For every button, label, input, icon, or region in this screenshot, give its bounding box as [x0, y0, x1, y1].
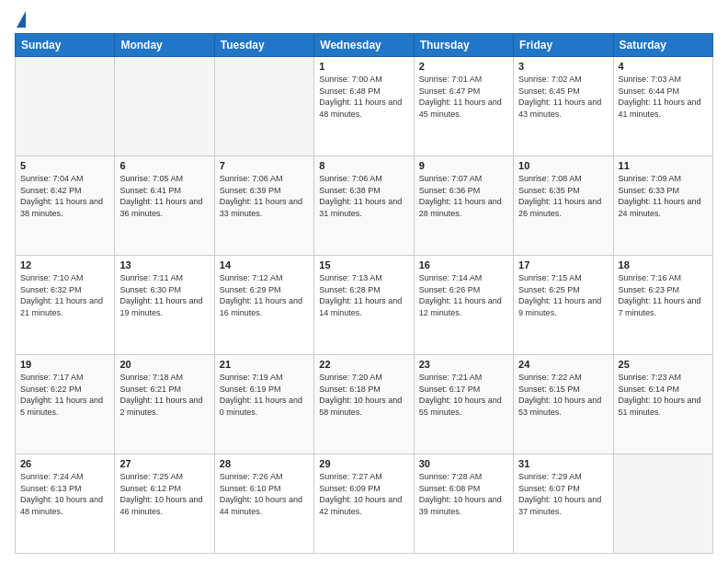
day-number: 5 [20, 160, 109, 171]
weekday-header: Sunday [16, 34, 115, 57]
day-info: Sunrise: 7:29 AMSunset: 6:07 PMDaylight:… [518, 471, 608, 517]
day-number: 3 [518, 61, 608, 72]
calendar-week-row: 26Sunrise: 7:24 AMSunset: 6:13 PMDayligh… [16, 454, 713, 554]
calendar-day-cell: 14Sunrise: 7:12 AMSunset: 6:29 PMDayligh… [214, 256, 313, 355]
calendar-day-cell [115, 57, 214, 156]
calendar-day-cell: 29Sunrise: 7:27 AMSunset: 6:09 PMDayligh… [314, 454, 414, 554]
day-info: Sunrise: 7:07 AMSunset: 6:36 PMDaylight:… [419, 173, 508, 219]
calendar-day-cell [214, 57, 313, 156]
day-number: 24 [518, 359, 608, 370]
day-info: Sunrise: 7:09 AMSunset: 6:33 PMDaylight:… [619, 173, 708, 219]
day-info: Sunrise: 7:10 AMSunset: 6:32 PMDaylight:… [20, 272, 109, 318]
calendar-day-cell: 25Sunrise: 7:23 AMSunset: 6:14 PMDayligh… [613, 355, 712, 454]
weekday-header: Wednesday [314, 34, 414, 57]
calendar-day-cell: 15Sunrise: 7:13 AMSunset: 6:28 PMDayligh… [314, 256, 414, 355]
day-info: Sunrise: 7:16 AMSunset: 6:23 PMDaylight:… [619, 272, 708, 318]
day-info: Sunrise: 7:08 AMSunset: 6:35 PMDaylight:… [518, 173, 608, 219]
calendar-day-cell [16, 57, 115, 156]
day-info: Sunrise: 7:25 AMSunset: 6:12 PMDaylight:… [119, 471, 209, 517]
day-number: 18 [619, 259, 708, 270]
calendar-day-cell: 16Sunrise: 7:14 AMSunset: 6:26 PMDayligh… [414, 256, 513, 355]
calendar-day-cell: 11Sunrise: 7:09 AMSunset: 6:33 PMDayligh… [613, 156, 712, 256]
day-number: 15 [319, 259, 408, 270]
day-number: 26 [20, 458, 109, 469]
day-info: Sunrise: 7:27 AMSunset: 6:09 PMDaylight:… [319, 471, 408, 517]
day-number: 22 [319, 359, 408, 370]
calendar-day-cell: 3Sunrise: 7:02 AMSunset: 6:45 PMDaylight… [514, 57, 613, 156]
weekday-header: Saturday [613, 34, 712, 57]
calendar-day-cell: 23Sunrise: 7:21 AMSunset: 6:17 PMDayligh… [414, 355, 513, 454]
day-number: 31 [518, 458, 608, 469]
calendar-day-cell [613, 454, 712, 554]
calendar-week-row: 12Sunrise: 7:10 AMSunset: 6:32 PMDayligh… [16, 256, 713, 355]
day-info: Sunrise: 7:03 AMSunset: 6:44 PMDaylight:… [619, 74, 708, 120]
calendar-day-cell: 4Sunrise: 7:03 AMSunset: 6:44 PMDaylight… [613, 57, 712, 156]
header [15, 11, 713, 28]
calendar-day-cell: 28Sunrise: 7:26 AMSunset: 6:10 PMDayligh… [214, 454, 313, 554]
day-number: 19 [20, 359, 109, 370]
calendar-day-cell: 13Sunrise: 7:11 AMSunset: 6:30 PMDayligh… [115, 256, 214, 355]
day-info: Sunrise: 7:00 AMSunset: 6:48 PMDaylight:… [319, 74, 408, 120]
calendar-day-cell: 2Sunrise: 7:01 AMSunset: 6:47 PMDaylight… [414, 57, 513, 156]
calendar-day-cell: 12Sunrise: 7:10 AMSunset: 6:32 PMDayligh… [16, 256, 115, 355]
day-number: 28 [220, 458, 309, 469]
calendar-week-row: 1Sunrise: 7:00 AMSunset: 6:48 PMDaylight… [16, 57, 713, 156]
day-number: 17 [518, 259, 608, 270]
calendar-day-cell: 6Sunrise: 7:05 AMSunset: 6:41 PMDaylight… [115, 156, 214, 256]
day-info: Sunrise: 7:01 AMSunset: 6:47 PMDaylight:… [419, 74, 508, 120]
calendar-week-row: 5Sunrise: 7:04 AMSunset: 6:42 PMDaylight… [16, 156, 713, 256]
day-number: 10 [518, 160, 608, 171]
logo-triangle-icon [17, 11, 26, 28]
calendar-day-cell: 19Sunrise: 7:17 AMSunset: 6:22 PMDayligh… [16, 355, 115, 454]
day-info: Sunrise: 7:28 AMSunset: 6:08 PMDaylight:… [419, 471, 508, 517]
day-number: 6 [119, 160, 209, 171]
day-info: Sunrise: 7:12 AMSunset: 6:29 PMDaylight:… [220, 272, 309, 318]
day-info: Sunrise: 7:06 AMSunset: 6:38 PMDaylight:… [319, 173, 408, 219]
day-number: 7 [220, 160, 309, 171]
day-number: 16 [419, 259, 508, 270]
calendar-day-cell: 26Sunrise: 7:24 AMSunset: 6:13 PMDayligh… [16, 454, 115, 554]
day-number: 2 [419, 61, 508, 72]
day-number: 9 [419, 160, 508, 171]
day-info: Sunrise: 7:18 AMSunset: 6:21 PMDaylight:… [119, 372, 209, 418]
calendar-day-cell: 24Sunrise: 7:22 AMSunset: 6:15 PMDayligh… [514, 355, 613, 454]
day-number: 25 [619, 359, 708, 370]
day-info: Sunrise: 7:14 AMSunset: 6:26 PMDaylight:… [419, 272, 508, 318]
day-info: Sunrise: 7:04 AMSunset: 6:42 PMDaylight:… [20, 173, 109, 219]
calendar-day-cell: 20Sunrise: 7:18 AMSunset: 6:21 PMDayligh… [115, 355, 214, 454]
day-number: 20 [119, 359, 209, 370]
weekday-header: Tuesday [214, 34, 313, 57]
calendar-day-cell: 22Sunrise: 7:20 AMSunset: 6:18 PMDayligh… [314, 355, 414, 454]
day-info: Sunrise: 7:11 AMSunset: 6:30 PMDaylight:… [119, 272, 209, 318]
day-info: Sunrise: 7:02 AMSunset: 6:45 PMDaylight:… [518, 74, 608, 120]
page: SundayMondayTuesdayWednesdayThursdayFrid… [0, 0, 728, 563]
weekday-header: Monday [115, 34, 214, 57]
day-info: Sunrise: 7:13 AMSunset: 6:28 PMDaylight:… [319, 272, 408, 318]
calendar-day-cell: 5Sunrise: 7:04 AMSunset: 6:42 PMDaylight… [16, 156, 115, 256]
day-info: Sunrise: 7:23 AMSunset: 6:14 PMDaylight:… [619, 372, 708, 418]
calendar-day-cell: 30Sunrise: 7:28 AMSunset: 6:08 PMDayligh… [414, 454, 513, 554]
day-number: 21 [220, 359, 309, 370]
day-info: Sunrise: 7:05 AMSunset: 6:41 PMDaylight:… [119, 173, 209, 219]
calendar-day-cell: 9Sunrise: 7:07 AMSunset: 6:36 PMDaylight… [414, 156, 513, 256]
calendar-day-cell: 7Sunrise: 7:06 AMSunset: 6:39 PMDaylight… [214, 156, 313, 256]
day-info: Sunrise: 7:17 AMSunset: 6:22 PMDaylight:… [20, 372, 109, 418]
day-number: 4 [619, 61, 708, 72]
weekday-header: Friday [514, 34, 613, 57]
calendar-table: SundayMondayTuesdayWednesdayThursdayFrid… [15, 33, 713, 554]
calendar-day-cell: 10Sunrise: 7:08 AMSunset: 6:35 PMDayligh… [514, 156, 613, 256]
day-number: 1 [319, 61, 408, 72]
day-number: 27 [119, 458, 209, 469]
day-number: 29 [319, 458, 408, 469]
weekday-header: Thursday [414, 34, 513, 57]
calendar-day-cell: 17Sunrise: 7:15 AMSunset: 6:25 PMDayligh… [514, 256, 613, 355]
day-info: Sunrise: 7:06 AMSunset: 6:39 PMDaylight:… [220, 173, 309, 219]
calendar-day-cell: 21Sunrise: 7:19 AMSunset: 6:19 PMDayligh… [214, 355, 313, 454]
calendar-day-cell: 1Sunrise: 7:00 AMSunset: 6:48 PMDaylight… [314, 57, 414, 156]
day-info: Sunrise: 7:26 AMSunset: 6:10 PMDaylight:… [220, 471, 309, 517]
calendar-day-cell: 27Sunrise: 7:25 AMSunset: 6:12 PMDayligh… [115, 454, 214, 554]
calendar-day-cell: 31Sunrise: 7:29 AMSunset: 6:07 PMDayligh… [514, 454, 613, 554]
day-info: Sunrise: 7:19 AMSunset: 6:19 PMDaylight:… [220, 372, 309, 418]
day-info: Sunrise: 7:20 AMSunset: 6:18 PMDaylight:… [319, 372, 408, 418]
day-number: 11 [619, 160, 708, 171]
